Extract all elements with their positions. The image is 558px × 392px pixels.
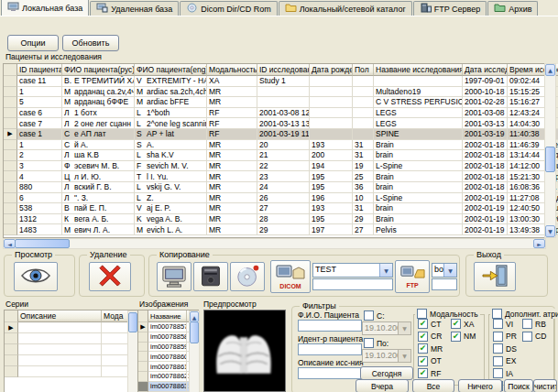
date-to-picker[interactable]: 19.10.200 ▼ bbox=[362, 349, 411, 363]
clear-button[interactable]: Очистить bbox=[533, 379, 557, 392]
modality-cr-checkbox[interactable]: ✔CR bbox=[418, 332, 443, 342]
row-selector-cell[interactable] bbox=[4, 193, 17, 204]
patient-name-field[interactable] bbox=[298, 320, 362, 332]
column-header[interactable]: ФИО пациента(рус) bbox=[62, 64, 135, 76]
today-button[interactable]: Сегодня bbox=[360, 366, 413, 380]
table-row[interactable]: case 6Л1 ботхL1^bothRF2001-03-08 12:29LE… bbox=[4, 108, 545, 119]
row-selector-cell[interactable] bbox=[138, 332, 148, 343]
checkbox-icon[interactable] bbox=[492, 309, 502, 319]
modality-xa-checkbox[interactable]: ✔XA bbox=[451, 319, 476, 329]
checkbox-icon[interactable] bbox=[493, 356, 503, 366]
row-selector-cell[interactable] bbox=[4, 87, 17, 98]
tab-5[interactable]: FTP Сервер bbox=[413, 1, 487, 16]
row-selector-cell[interactable]: ▶ bbox=[138, 322, 148, 332]
scroll-right-icon[interactable]: ► bbox=[533, 239, 545, 248]
study-desc-field[interactable] bbox=[298, 367, 362, 379]
modality-rf-checkbox[interactable]: ✔RF bbox=[418, 368, 443, 378]
series-scroll-thumb[interactable] bbox=[128, 312, 137, 332]
view-button[interactable] bbox=[14, 262, 58, 291]
tab-4[interactable]: Локальный/сетевой каталог bbox=[279, 1, 412, 16]
search-button[interactable]: Поиск bbox=[504, 379, 533, 392]
modality-ot-checkbox[interactable]: ✔OT bbox=[418, 356, 443, 366]
tab-2[interactable]: Удаленная база bbox=[90, 1, 179, 16]
images-vscrollbar[interactable]: ▲ bbox=[189, 310, 200, 392]
ftp-target-combo[interactable]: bob ▼ bbox=[432, 263, 457, 278]
checkbox-icon[interactable] bbox=[417, 309, 427, 319]
attribute-ex-checkbox[interactable]: EX bbox=[493, 356, 517, 366]
row-selector-cell[interactable] bbox=[4, 182, 17, 193]
checkbox-icon[interactable]: ✔ bbox=[451, 332, 461, 342]
row-selector-cell[interactable] bbox=[4, 76, 17, 87]
checkbox-icon[interactable] bbox=[493, 332, 503, 342]
chevron-down-icon[interactable]: ▼ bbox=[379, 264, 392, 277]
column-header[interactable]: Дата исследо bbox=[463, 64, 508, 76]
dicom-target-combo[interactable]: TEST ▼ bbox=[312, 263, 393, 278]
exit-button[interactable] bbox=[474, 262, 516, 291]
send-ftp-button[interactable]: FTP bbox=[395, 260, 430, 293]
table-row[interactable]: 6Л". З.LZ.MR2619610L-Spine2002-01-1911:2… bbox=[4, 193, 545, 204]
row-selector-cell[interactable] bbox=[4, 97, 17, 108]
vscroll-thumb[interactable] bbox=[545, 147, 555, 172]
checkbox-icon[interactable] bbox=[493, 368, 503, 378]
row-selector-cell[interactable] bbox=[138, 362, 148, 372]
row-selector-cell[interactable] bbox=[138, 382, 148, 392]
patients-vscrollbar[interactable]: ▲ ▼ bbox=[544, 63, 556, 238]
table-row[interactable]: case 7Л2 оне лег сцаннL2^one leg scannin… bbox=[4, 118, 545, 129]
checkbox-icon[interactable] bbox=[493, 319, 503, 329]
modality-ct-checkbox[interactable]: ✔CT bbox=[418, 319, 443, 329]
attribute-cd-checkbox[interactable]: CD bbox=[522, 332, 546, 342]
table-row[interactable]: 3Фэсевич М. В.Fsevich M. V.MR2219419L-Sp… bbox=[4, 161, 545, 172]
column-header[interactable]: Название bbox=[148, 310, 187, 322]
delete-button[interactable] bbox=[89, 262, 131, 291]
row-selector-cell[interactable] bbox=[4, 203, 17, 214]
checkbox-icon[interactable]: ✔ bbox=[418, 356, 428, 366]
column-header[interactable]: ФИО пациента(eng) bbox=[135, 64, 207, 76]
checkbox-icon[interactable] bbox=[364, 338, 374, 348]
row-selector-cell[interactable] bbox=[5, 366, 18, 377]
copy-to-drive-button[interactable] bbox=[193, 262, 228, 291]
date-to-checkbox[interactable]: По: bbox=[364, 338, 388, 348]
series-row[interactable]: ▶ bbox=[5, 322, 138, 333]
table-row[interactable]: case 11В.Е ТРЕМИТИЙ ХАНVEXTREMITY - HAIX… bbox=[4, 76, 545, 87]
column-header[interactable]: Время исс bbox=[508, 64, 545, 76]
table-row[interactable]: 1Марданац са.2v,4чMardiac sa.2ch,4ch,MRM… bbox=[4, 87, 545, 98]
modality-nm-checkbox[interactable]: ✔NM bbox=[451, 332, 476, 342]
row-selector-cell[interactable] bbox=[4, 214, 17, 225]
row-selector-cell[interactable]: ▶ bbox=[5, 322, 18, 333]
options-button[interactable]: Опции bbox=[7, 35, 59, 51]
table-row[interactable]: 1Сй А.SA.MR2019331Brain2002-01-1811:46:3… bbox=[4, 140, 545, 151]
copy-to-cd-button[interactable] bbox=[230, 262, 265, 291]
table-row[interactable]: 880Лвский Г. В.Lvskij G. V.MR2419536brai… bbox=[4, 182, 545, 193]
yesterday-button[interactable]: Вчера bbox=[356, 379, 409, 392]
row-selector-cell[interactable] bbox=[138, 372, 148, 382]
row-selector-cell[interactable] bbox=[138, 352, 148, 362]
row-selector-cell[interactable] bbox=[4, 140, 17, 151]
table-row[interactable]: 538Впай Е. П.Vaj E. P.MR2719331brain2002… bbox=[4, 203, 545, 214]
checkbox-icon[interactable]: ✔ bbox=[418, 332, 428, 342]
attribute-vi-checkbox[interactable]: VI bbox=[493, 319, 517, 329]
column-header[interactable]: Пол bbox=[353, 64, 374, 76]
table-row[interactable]: 1483Мевич Л. А.Mevich L. A.MR2919727Pelv… bbox=[4, 224, 545, 235]
column-header[interactable]: ID пациента bbox=[17, 64, 62, 76]
row-selector-cell[interactable] bbox=[4, 108, 17, 119]
images-scroll-thumb[interactable] bbox=[190, 321, 199, 343]
all-button[interactable]: Все bbox=[412, 379, 454, 392]
checkbox-icon[interactable]: ✔ bbox=[418, 368, 428, 378]
checkbox-icon[interactable] bbox=[522, 332, 532, 342]
dicom-extra-field[interactable] bbox=[312, 278, 393, 290]
send-dicom-button[interactable]: DICOM bbox=[270, 260, 311, 293]
column-header[interactable]: Дата рождения bbox=[310, 64, 353, 76]
checkbox-icon[interactable] bbox=[364, 310, 374, 321]
row-selector-cell[interactable] bbox=[4, 224, 17, 235]
patient-id-field[interactable] bbox=[298, 343, 362, 355]
column-header[interactable]: ID исследования bbox=[257, 64, 310, 76]
attribute-rb-checkbox[interactable]: RB bbox=[522, 319, 546, 329]
series-row[interactable] bbox=[5, 355, 138, 366]
row-selector-cell[interactable] bbox=[4, 161, 17, 172]
date-from-picker[interactable]: 19.10.200 ▼ bbox=[362, 321, 411, 335]
table-row[interactable]: 4Цл И. Ю.Tl I. Yu.MR2319525Brain2002-01-… bbox=[4, 171, 545, 182]
attribute-pr-checkbox[interactable]: PR bbox=[493, 332, 517, 342]
row-selector-cell[interactable] bbox=[4, 150, 17, 161]
scroll-down-icon[interactable]: ▼ bbox=[545, 225, 555, 237]
row-selector-cell[interactable] bbox=[138, 343, 148, 353]
